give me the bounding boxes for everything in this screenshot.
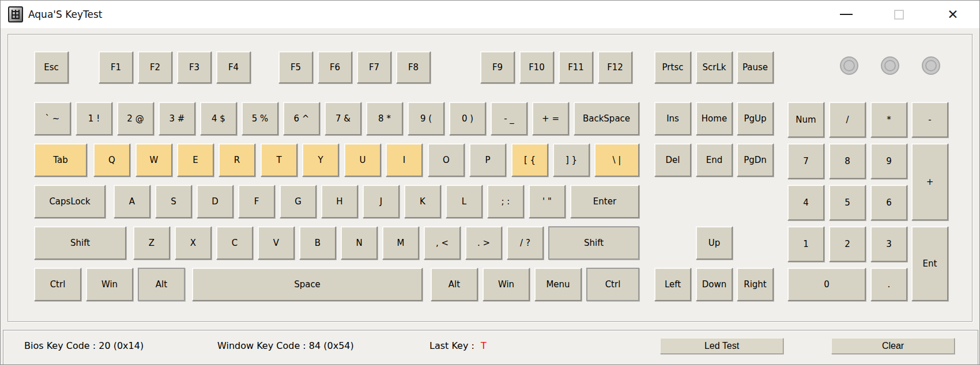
key-5[interactable]: 5 % [242, 102, 278, 135]
key-lwin[interactable]: Win [86, 268, 133, 301]
key-f10[interactable]: F10 [519, 51, 554, 83]
key-f5[interactable]: F5 [278, 51, 313, 83]
key-comma[interactable]: , < [424, 226, 461, 260]
key-rctrl[interactable]: Ctrl [586, 268, 639, 301]
key-up[interactable]: Up [696, 226, 733, 260]
key-pgup[interactable]: PgUp [737, 102, 774, 135]
key-z[interactable]: Z [133, 226, 170, 260]
key-t[interactable]: T [261, 143, 297, 177]
key-space[interactable]: Space [192, 268, 423, 301]
key-f11[interactable]: F11 [559, 51, 593, 83]
key-np8[interactable]: 8 [829, 143, 866, 179]
clear-button[interactable]: Clear [831, 338, 955, 354]
key-rbracket[interactable]: ] } [553, 143, 590, 177]
key-7[interactable]: 7 & [325, 102, 361, 135]
key-pgdn[interactable]: PgDn [737, 143, 774, 177]
key-2[interactable]: 2 @ [117, 102, 154, 135]
key-f3[interactable]: F3 [177, 51, 212, 83]
key-f6[interactable]: F6 [318, 51, 352, 83]
key-8[interactable]: 8 * [366, 102, 403, 135]
key-f1[interactable]: F1 [99, 51, 133, 83]
key-u[interactable]: U [344, 143, 381, 177]
key-q[interactable]: Q [93, 143, 130, 177]
key-l[interactable]: L [446, 185, 483, 218]
key-1[interactable]: 1 ! [76, 102, 112, 135]
key-0[interactable]: 0 ) [449, 102, 486, 135]
key-right[interactable]: Right [737, 268, 774, 301]
key-j[interactable]: J [363, 185, 399, 218]
key-enter[interactable]: Enter [570, 185, 639, 218]
key-lshift[interactable]: Shift [34, 226, 126, 260]
key-9[interactable]: 9 ( [408, 102, 444, 135]
led-test-button[interactable]: Led Test [660, 338, 783, 354]
key-r[interactable]: R [218, 143, 255, 177]
key-np7[interactable]: 7 [787, 143, 824, 179]
minimize-button[interactable] [833, 1, 860, 28]
key-e[interactable]: E [177, 143, 214, 177]
key-np-dot[interactable]: . [870, 268, 907, 301]
key-m[interactable]: M [382, 226, 419, 260]
key-f4[interactable]: F4 [216, 51, 251, 83]
key-np3[interactable]: 3 [870, 226, 907, 262]
key-o[interactable]: O [428, 143, 465, 177]
key-b[interactable]: B [299, 226, 336, 260]
key-quote[interactable]: ' " [529, 185, 566, 218]
key-ralt[interactable]: Alt [431, 268, 478, 301]
key-np6[interactable]: 6 [870, 185, 907, 220]
key-d[interactable]: D [197, 185, 233, 218]
key-rwin[interactable]: Win [483, 268, 530, 301]
key-np-divide[interactable]: / [829, 102, 866, 138]
key-ins[interactable]: Ins [654, 102, 691, 135]
key-del[interactable]: Del [654, 143, 691, 177]
key-lbracket[interactable]: [ { [511, 143, 548, 177]
key-np1[interactable]: 1 [787, 226, 824, 262]
key-lalt[interactable]: Alt [138, 268, 185, 301]
key-prtsc[interactable]: Prtsc [654, 51, 691, 83]
key-scrlk[interactable]: ScrLk [696, 51, 733, 83]
key-backslash[interactable]: \ | [594, 143, 639, 177]
key-capslock[interactable]: CapsLock [34, 185, 105, 218]
key-4[interactable]: 4 $ [200, 102, 237, 135]
key-f[interactable]: F [238, 185, 275, 218]
key-h[interactable]: H [321, 185, 358, 218]
key-grave[interactable]: ` ~ [34, 102, 71, 135]
key-minus[interactable]: - _ [491, 102, 527, 135]
key-np5[interactable]: 5 [829, 185, 866, 220]
key-left[interactable]: Left [654, 268, 691, 301]
key-f2[interactable]: F2 [138, 51, 172, 83]
key-down[interactable]: Down [696, 268, 733, 301]
key-num-lock[interactable]: Num [787, 102, 824, 138]
close-button[interactable]: ✕ [940, 1, 966, 28]
key-w[interactable]: W [135, 143, 172, 177]
key-k[interactable]: K [404, 185, 441, 218]
key-s[interactable]: S [155, 185, 192, 218]
key-p[interactable]: P [469, 143, 506, 177]
key-slash[interactable]: / ? [507, 226, 544, 260]
key-menu[interactable]: Menu [534, 268, 582, 301]
key-a[interactable]: A [114, 185, 150, 218]
key-lctrl[interactable]: Ctrl [34, 268, 81, 301]
key-end[interactable]: End [696, 143, 733, 177]
key-f12[interactable]: F12 [598, 51, 632, 83]
key-c[interactable]: C [216, 226, 253, 260]
key-esc[interactable]: Esc [34, 51, 69, 83]
key-home[interactable]: Home [696, 102, 733, 135]
key-np-minus[interactable]: - [911, 102, 948, 138]
key-np-multiply[interactable]: * [870, 102, 907, 138]
key-n[interactable]: N [341, 226, 378, 260]
key-equals[interactable]: + = [532, 102, 569, 135]
key-x[interactable]: X [175, 226, 212, 260]
key-v[interactable]: V [258, 226, 295, 260]
key-g[interactable]: G [280, 185, 316, 218]
key-6[interactable]: 6 ^ [283, 102, 320, 135]
key-f8[interactable]: F8 [396, 51, 431, 83]
key-semicolon[interactable]: ; : [487, 185, 524, 218]
key-i[interactable]: I [386, 143, 423, 177]
key-np-plus[interactable]: + [911, 143, 948, 220]
key-np0[interactable]: 0 [787, 268, 866, 301]
key-np-enter[interactable]: Ent [911, 226, 948, 301]
key-np2[interactable]: 2 [829, 226, 866, 262]
key-3[interactable]: 3 # [159, 102, 195, 135]
key-period[interactable]: . > [465, 226, 502, 260]
key-f7[interactable]: F7 [357, 51, 391, 83]
